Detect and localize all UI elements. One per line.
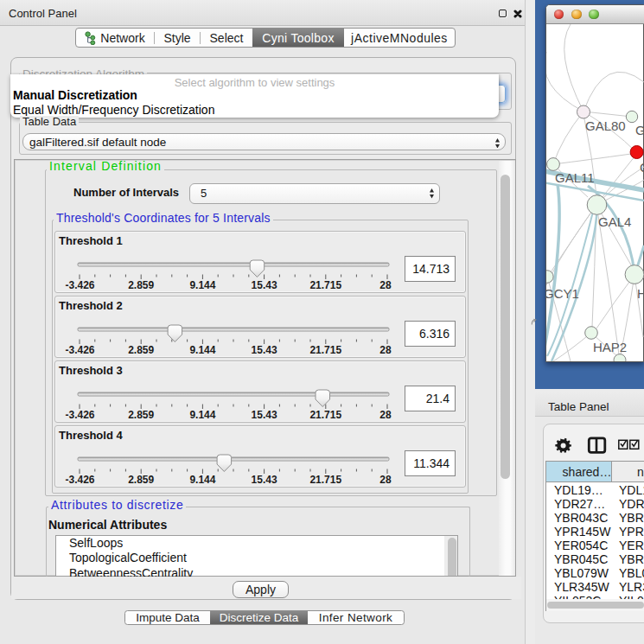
svg-text:21.715: 21.715 [309, 409, 341, 421]
svg-text:G: G [635, 123, 644, 137]
svg-text:15.43: 15.43 [252, 409, 277, 421]
svg-text:GAL11: GAL11 [555, 170, 595, 185]
svg-text:GAL80: GAL80 [585, 118, 626, 133]
svg-text:9.144: 9.144 [189, 474, 215, 486]
svg-text:2.859: 2.859 [128, 474, 154, 486]
svg-text:HAP2: HAP2 [593, 340, 627, 354]
svg-text:-3.426: -3.426 [65, 344, 94, 356]
svg-text:2.859: 2.859 [128, 279, 154, 291]
svg-text:H: H [637, 286, 644, 301]
svg-text:-3.426: -3.426 [65, 409, 94, 421]
svg-text:9.144: 9.144 [189, 279, 215, 291]
svg-text:15.43: 15.43 [252, 474, 277, 486]
svg-text:21.715: 21.715 [309, 344, 341, 356]
svg-text:-3.426: -3.426 [65, 279, 94, 291]
svg-text:-3.426: -3.426 [65, 474, 94, 486]
svg-text:9.144: 9.144 [189, 409, 215, 421]
svg-text:2.859: 2.859 [128, 409, 154, 421]
svg-text:GAL4: GAL4 [598, 214, 631, 229]
svg-text:GCY1: GCY1 [546, 286, 579, 301]
svg-text:28: 28 [379, 344, 392, 356]
svg-text:C: C [640, 160, 644, 175]
svg-text:21.715: 21.715 [309, 474, 341, 486]
svg-text:28: 28 [379, 474, 392, 486]
svg-text:21.715: 21.715 [309, 279, 341, 291]
svg-text:9.144: 9.144 [189, 344, 215, 356]
svg-text:15.43: 15.43 [252, 279, 277, 291]
svg-text:28: 28 [379, 279, 392, 291]
svg-text:15.43: 15.43 [252, 344, 277, 356]
svg-text:2.859: 2.859 [128, 344, 154, 356]
svg-text:28: 28 [379, 409, 392, 421]
